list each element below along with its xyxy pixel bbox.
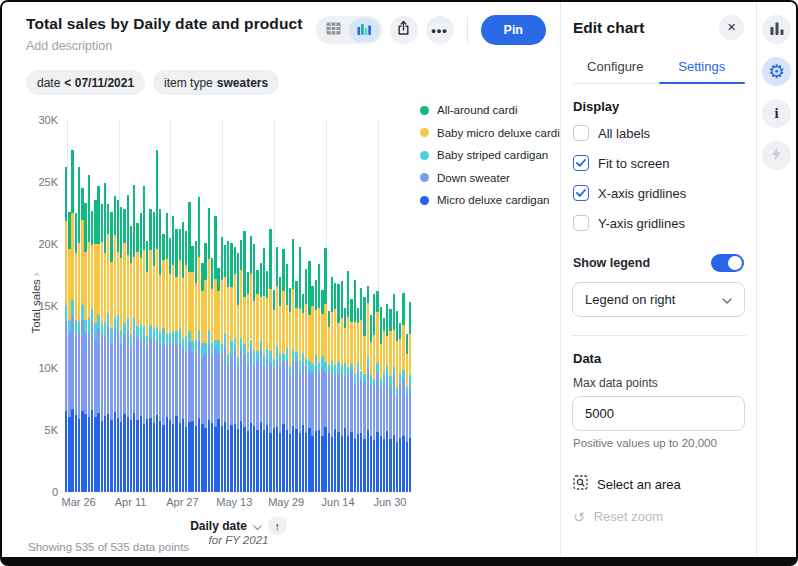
bar-segment[interactable] — [360, 433, 362, 492]
bar-segment[interactable] — [247, 365, 249, 431]
bar-segment[interactable] — [114, 317, 116, 329]
bar-segment[interactable] — [198, 341, 200, 418]
bar-segment[interactable] — [146, 272, 148, 336]
bar-segment[interactable] — [221, 426, 223, 492]
bar-segment[interactable] — [286, 305, 288, 348]
bar-segment[interactable] — [311, 286, 313, 307]
bar-segment[interactable] — [204, 343, 206, 353]
bar-segment[interactable] — [179, 342, 181, 423]
bar-segment[interactable] — [396, 395, 398, 443]
bar-segment[interactable] — [240, 240, 242, 270]
bar-segment[interactable] — [91, 410, 93, 492]
bar-segment[interactable] — [269, 351, 271, 363]
bar-segment[interactable] — [221, 344, 223, 355]
bar-segment[interactable] — [347, 376, 349, 436]
bar-segment[interactable] — [324, 248, 326, 304]
bar-segment[interactable] — [273, 428, 275, 492]
bar-segment[interactable] — [247, 272, 249, 294]
bar-segment[interactable] — [305, 304, 307, 358]
bar-segment[interactable] — [334, 374, 336, 429]
bar-segment[interactable] — [188, 202, 190, 271]
bar-segment[interactable] — [110, 420, 112, 492]
bar-segment[interactable] — [169, 238, 171, 274]
bar-segment[interactable] — [68, 249, 70, 321]
bar-segment[interactable] — [101, 421, 103, 492]
sort-ascending-button[interactable]: ↑ — [268, 516, 287, 535]
bar-segment[interactable] — [175, 277, 177, 331]
tab-configure[interactable]: Configure — [572, 51, 659, 83]
bar-segment[interactable] — [357, 434, 359, 492]
bar-segment[interactable] — [321, 290, 323, 314]
bar-segment[interactable] — [370, 436, 372, 492]
bar-segment[interactable] — [101, 204, 103, 242]
bar-segment[interactable] — [318, 363, 320, 372]
bar-segment[interactable] — [78, 332, 80, 419]
bar-segment[interactable] — [182, 339, 184, 350]
bar-segment[interactable] — [295, 352, 297, 361]
bar-segment[interactable] — [162, 344, 164, 425]
bar-segment[interactable] — [130, 346, 132, 421]
bar-segment[interactable] — [299, 247, 301, 310]
bar-segment[interactable] — [292, 349, 294, 361]
bar-segment[interactable] — [234, 424, 236, 492]
bar-segment[interactable] — [169, 342, 171, 420]
bar-segment[interactable] — [279, 433, 281, 492]
bar-segment[interactable] — [328, 372, 330, 433]
bar-segment[interactable] — [253, 350, 255, 364]
bar-segment[interactable] — [71, 409, 73, 492]
bar-segment[interactable] — [350, 322, 352, 364]
share-button[interactable] — [390, 16, 418, 44]
bar-segment[interactable] — [146, 346, 148, 419]
bar-segment[interactable] — [198, 197, 200, 257]
bar-segment[interactable] — [367, 303, 369, 356]
bar-segment[interactable] — [127, 318, 129, 332]
bar-segment[interactable] — [279, 306, 281, 353]
bar-segment[interactable] — [393, 375, 395, 434]
bar-segment[interactable] — [211, 423, 213, 492]
bar-segment[interactable] — [344, 376, 346, 428]
bar-segment[interactable] — [68, 212, 70, 249]
bar-segment[interactable] — [156, 341, 158, 415]
bar-segment[interactable] — [409, 387, 411, 438]
bar-segment[interactable] — [172, 265, 174, 331]
bar-segment[interactable] — [110, 328, 112, 343]
bar-segment[interactable] — [276, 247, 278, 286]
bar-segment[interactable] — [341, 365, 343, 373]
bar-segment[interactable] — [393, 330, 395, 367]
checkbox-row[interactable]: X-axis gridlines — [572, 178, 745, 208]
bar-segment[interactable] — [166, 346, 168, 417]
bar-segment[interactable] — [269, 433, 271, 492]
bar-segment[interactable] — [386, 374, 388, 431]
bar-segment[interactable] — [107, 313, 109, 325]
bar-segment[interactable] — [75, 334, 77, 415]
bar-segment[interactable] — [114, 196, 116, 235]
bar-segment[interactable] — [321, 314, 323, 357]
bar-segment[interactable] — [172, 216, 174, 265]
bar-segment[interactable] — [289, 375, 291, 434]
bar-segment[interactable] — [302, 294, 304, 313]
bar-segment[interactable] — [140, 324, 142, 340]
bar-segment[interactable] — [91, 321, 93, 409]
bar-segment[interactable] — [227, 354, 229, 364]
bar-segment[interactable] — [328, 311, 330, 327]
bar-segment[interactable] — [253, 426, 255, 492]
bar-segment[interactable] — [331, 437, 333, 492]
bar-segment[interactable] — [211, 343, 213, 354]
bar-segment[interactable] — [204, 280, 206, 343]
bar-segment[interactable] — [276, 286, 278, 346]
bar-segment[interactable] — [282, 354, 284, 362]
bar-segment[interactable] — [328, 327, 330, 365]
bar-segment[interactable] — [201, 424, 203, 492]
bar-segment[interactable] — [260, 297, 262, 342]
bar-segment[interactable] — [224, 277, 226, 333]
bar-segment[interactable] — [65, 167, 67, 222]
bar-segment[interactable] — [273, 369, 275, 429]
bar-segment[interactable] — [140, 258, 142, 324]
bar-segment[interactable] — [146, 241, 148, 272]
bar-segment[interactable] — [191, 421, 193, 492]
bar-segment[interactable] — [299, 309, 301, 360]
bar-segment[interactable] — [153, 340, 155, 423]
bar-segment[interactable] — [305, 269, 307, 304]
bar-segment[interactable] — [295, 361, 297, 430]
bar-segment[interactable] — [208, 259, 210, 329]
